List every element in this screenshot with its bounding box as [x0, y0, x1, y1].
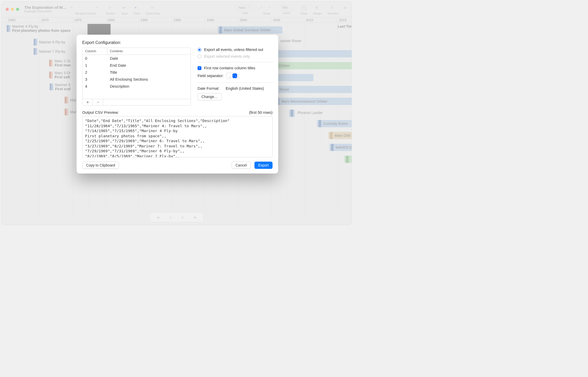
radio-export-all[interactable]: Export all events, unless filtered out — [198, 48, 273, 52]
export-dialog: Export Configuration: Column Contents 0D… — [77, 35, 278, 174]
csv-preview[interactable]: "Date","End Date","Title","All Enclosing… — [82, 116, 273, 157]
toolbar: ⇤ ← → ⇥ Navigate Events ▭ Section ▬ Span… — [71, 4, 348, 15]
copy-to-clipboard-button[interactable]: Copy to Clipboard — [82, 162, 119, 169]
ruler-tick: 1990 — [172, 18, 181, 22]
scale-out-icon[interactable]: ⤡ — [268, 6, 273, 10]
bar-maven[interactable]: MAVEN O — [329, 144, 352, 151]
navigate-events-group[interactable]: ⇤ ← → ⇥ Navigate Events — [71, 5, 100, 15]
range-icon: ▥ — [315, 6, 320, 10]
ruler-tick: 1965 — [6, 18, 16, 22]
zoom-window-button[interactable] — [16, 8, 19, 11]
bar-mgs[interactable]: Mars Global Surveyor Orbiter — [218, 26, 282, 34]
nav-first-icon[interactable]: ⇤ — [71, 6, 76, 10]
titlebar: The Exploration of M… Example Document ⇤… — [2, 2, 352, 17]
label-sojourner: ourner Rover — [280, 39, 301, 43]
change-date-format-button[interactable]: Change… — [198, 93, 222, 100]
event-mar-b[interactable]: Mar — [65, 109, 76, 115]
units-label: Units — [242, 11, 248, 14]
column-row[interactable]: 3All Enclosing Sections — [82, 76, 191, 83]
ruler-tick: 2015 — [337, 18, 346, 22]
traffic-lights — [6, 8, 19, 11]
event-mars3[interactable]: Mars 3 OrFirst soft — [49, 71, 71, 79]
zoom-label: Zoom — [283, 11, 290, 14]
calendar-icon: 4 — [301, 6, 306, 10]
radio-export-selected-label: Export selected events only — [204, 54, 250, 58]
event-mariner6[interactable]: Mariner 6 Fly-by — [34, 39, 65, 46]
bar-mro[interactable]: Mars Reconnaisance Orbiter — [275, 98, 352, 105]
label-last-time: Last Time — [338, 24, 352, 28]
navigate-label: Navigate Events — [75, 12, 96, 15]
nav-next-icon[interactable]: → — [87, 6, 92, 10]
section-label: Section — [106, 12, 116, 15]
bar-green-stub[interactable] — [344, 156, 352, 163]
column-row[interactable]: 0Date — [82, 55, 191, 62]
ruler-tick: 1970 — [39, 18, 49, 22]
sections-button[interactable]: ☰ Sections — [327, 5, 338, 15]
toolbar-overflow-icon[interactable]: » — [344, 5, 348, 10]
column-config-table[interactable]: Column Contents 0Date 1End Date 2Title 3… — [82, 48, 191, 105]
field-separator-label: Field separator: — [198, 74, 224, 78]
radio-off-icon — [198, 55, 201, 58]
scale-in-icon[interactable]: ⤢ — [260, 6, 265, 10]
zoom-value: 75% — [282, 6, 288, 10]
column-row[interactable]: 4Description — [82, 83, 191, 90]
bar-phoenix-h[interactable] — [289, 110, 295, 117]
column-header-contents: Contents — [107, 48, 125, 55]
today-button[interactable]: 4 Today — [300, 5, 307, 15]
ruler-tick: 1995 — [205, 18, 214, 22]
chevron-updown-icon: ⌃⌄ — [232, 73, 237, 78]
ruler-tick: 2005 — [271, 18, 280, 22]
field-separator-row: Field separator: , ⌃⌄ — [198, 73, 273, 79]
column-row[interactable]: 1End Date — [82, 62, 191, 69]
units-value: Years — [238, 6, 246, 10]
pager: « ‹ › » — [149, 212, 204, 222]
bar-curiosity[interactable]: Curiosity Rover — [317, 120, 352, 127]
date-format-row: Date Format: English (United States) — [198, 86, 273, 91]
quick-entry-tool[interactable]: 🗂 Quick Entry — [146, 5, 160, 15]
point-tool[interactable]: ◆ Point — [133, 5, 140, 15]
quick-entry-label: Quick Entry — [146, 12, 160, 15]
event-mariner4[interactable]: Mariner 4 Fly-byFirst planetary photos f… — [7, 24, 71, 33]
today-label: Today — [300, 12, 307, 15]
chevron-updown-icon: ⌃⌄ — [247, 6, 252, 9]
event-mars2[interactable]: Mars 2 OrFirst man — [49, 59, 71, 67]
span-tool[interactable]: ▬ Span — [121, 5, 128, 15]
span-icon: ▬ — [122, 6, 127, 10]
preview-hint: (first 50 rows) — [249, 110, 273, 115]
column-row[interactable]: 2Title — [82, 69, 191, 76]
pager-first-icon[interactable]: « — [157, 215, 160, 220]
add-column-button[interactable]: ＋ — [82, 99, 93, 105]
pager-last-icon[interactable]: » — [194, 215, 196, 220]
event-mar-a[interactable]: Mar — [65, 97, 76, 103]
ruler-tick: 2010 — [304, 18, 313, 22]
bar-marsorbi[interactable]: Mars Orbi — [328, 132, 352, 139]
nav-prev-icon[interactable]: ← — [79, 6, 84, 10]
remove-column-button[interactable]: － — [93, 99, 103, 105]
nav-last-icon[interactable]: ⇥ — [96, 6, 100, 10]
close-window-button[interactable] — [6, 8, 9, 11]
field-separator-select[interactable]: , ⌃⌄ — [226, 73, 239, 79]
event-mariner9[interactable]: Mariner 9First craf — [50, 83, 71, 91]
point-label: Point — [133, 12, 140, 15]
cancel-button[interactable]: Cancel — [232, 162, 251, 169]
point-icon: ◆ — [134, 6, 139, 10]
dialog-title: Export Configuration: — [82, 40, 273, 45]
export-button[interactable]: Export — [254, 162, 273, 169]
title-block: The Exploration of M… Example Document — [24, 5, 68, 13]
scale-label: Scale — [263, 12, 270, 15]
pager-prev-icon[interactable]: ‹ — [170, 215, 171, 220]
units-selector[interactable]: Years⌃⌄ Units — [235, 5, 254, 14]
event-thumbnail — [87, 24, 111, 35]
checkbox-first-row-label: First row contains column titles — [204, 66, 255, 70]
minimize-window-button[interactable] — [11, 8, 14, 11]
event-mariner7[interactable]: Mariner 7 Fly-by — [34, 48, 65, 55]
document-subtitle: Example Document — [24, 10, 68, 13]
zoom-selector[interactable]: 75% ⌄ Zoom — [279, 5, 294, 14]
range-button[interactable]: ▥ Range — [313, 5, 321, 15]
checkbox-first-row-titles[interactable]: First row contains column titles — [198, 66, 273, 70]
scale-tool[interactable]: ⤢ ⤡ Scale — [260, 5, 273, 15]
pager-next-icon[interactable]: › — [182, 215, 183, 220]
column-header-index: Column — [82, 48, 107, 55]
section-tool[interactable]: ▭ Section — [106, 5, 116, 15]
checkbox-on-icon — [198, 66, 201, 70]
